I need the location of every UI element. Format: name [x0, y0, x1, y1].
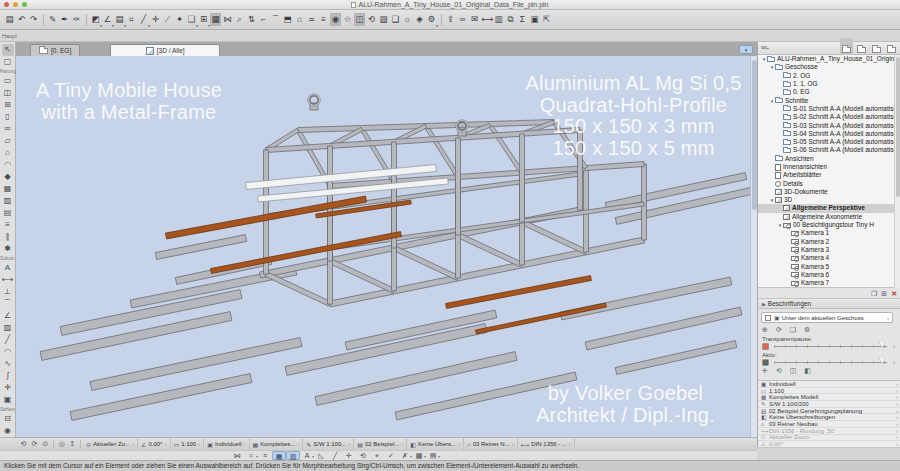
dimension-tool-icon[interactable]: ⟷: [2, 274, 14, 286]
tree-item[interactable]: Kamera 4: [758, 254, 900, 262]
tree-item[interactable]: ▾Geschosse: [758, 63, 900, 71]
navigator-tree-scrollbar[interactable]: [894, 55, 900, 288]
trace-panel-header[interactable]: ▶Beschriftungen: [758, 299, 900, 309]
active-color-swatch[interactable]: [762, 359, 769, 366]
hatch-icon[interactable]: ▩▾: [412, 451, 426, 460]
rotate-reference-icon[interactable]: ⟲: [776, 367, 782, 375]
door-tool-icon[interactable]: ◫: [2, 87, 14, 99]
tree-item[interactable]: Details: [758, 179, 900, 187]
previous-zoom-icon[interactable]: ⟲: [18, 440, 29, 448]
share-icon[interactable]: ⇱: [541, 13, 552, 26]
navigator-toggle-icon[interactable]: ▾: [739, 45, 753, 54]
snap-grid-icon[interactable]: ⌗▾: [244, 451, 258, 460]
magic-wand-icon[interactable]: ✦: [174, 13, 185, 26]
distribute-icon[interactable]: ≡: [318, 13, 329, 26]
markup-icon[interactable]: ✉: [469, 13, 480, 26]
reference-settings-icon[interactable]: ⚙: [804, 326, 810, 334]
slider-thumb[interactable]: [879, 342, 885, 348]
guideline-dropdown-icon[interactable]: ╱▾: [138, 13, 149, 26]
new-viewpoint-icon[interactable]: ⊞: [881, 289, 887, 298]
line-tool-icon[interactable]: ╱: [2, 334, 14, 346]
morph-tool-icon[interactable]: ◆: [2, 171, 14, 183]
level-dimension-tool-icon[interactable]: ⊥: [2, 286, 14, 298]
reference-color-swatch[interactable]: [762, 343, 769, 350]
home-story-icon[interactable]: ⌂: [294, 13, 305, 26]
quickbar-segment-model-filter[interactable]: ▦Komplettes...›: [250, 438, 304, 451]
tree-item[interactable]: ▾ALU-Rahmen_A_Tiny_House_01_Original_Dat…: [758, 55, 900, 63]
refresh-reference-icon[interactable]: ⟳: [776, 326, 782, 334]
layer-select-dropdown-icon[interactable]: ▤▾: [114, 13, 125, 26]
stair-tool-icon[interactable]: ≡: [2, 219, 14, 231]
tree-item[interactable]: S-05 Schnitt A-A (Modell automatisch wie…: [758, 138, 900, 146]
window-tool-icon[interactable]: ⊞: [2, 99, 14, 111]
drawing-manager-icon[interactable]: ▥: [493, 13, 504, 26]
radial-dimension-tool-icon[interactable]: ⌒: [2, 298, 14, 310]
tree-item[interactable]: S-03 Schnitt A-A (Modell automatisch wie…: [758, 121, 900, 129]
orbit-mode-icon[interactable]: ◎: [56, 440, 67, 448]
scrollbar-thumb[interactable]: [896, 57, 900, 197]
fillet-icon[interactable]: ⌒: [270, 13, 281, 26]
tree-item[interactable]: Kamera 2: [758, 238, 900, 246]
tree-item[interactable]: 2. OG: [758, 72, 900, 80]
pen-icon[interactable]: ✒: [59, 13, 70, 26]
reference-icon[interactable]: ▥: [286, 451, 300, 460]
corner-icon[interactable]: ⌐: [258, 13, 269, 26]
pickup-parameters-icon[interactable]: ✑: [71, 13, 82, 26]
railing-tool-icon[interactable]: ∥: [2, 231, 14, 243]
spline-tool-icon[interactable]: ∫: [2, 370, 14, 382]
arrow-tool-icon[interactable]: ↖: [2, 44, 14, 56]
zone-tool-icon[interactable]: ▨: [2, 195, 14, 207]
fade-reference-icon[interactable]: ◧: [804, 367, 811, 375]
tree-item[interactable]: Allgemeine Perspektive: [758, 204, 900, 212]
measure-icon[interactable]: ⟷: [481, 13, 492, 26]
save-icon[interactable]: ▤: [4, 13, 15, 26]
slab-tool-icon[interactable]: ▱: [2, 135, 14, 147]
tree-item[interactable]: Kamera 5: [758, 262, 900, 270]
active-slider[interactable]: ›: [762, 358, 895, 367]
move-reference-icon[interactable]: ✛: [762, 367, 768, 375]
photo-icon[interactable]: ◉: [330, 13, 341, 26]
redo-icon[interactable]: ↷: [28, 13, 39, 26]
quickbar-segment-scale[interactable]: ▭1:100›: [171, 438, 205, 451]
snap-point-icon[interactable]: ✛: [150, 13, 161, 26]
polyline-tool-icon[interactable]: ∿: [2, 358, 14, 370]
trace-icon[interactable]: ▦: [272, 451, 286, 460]
hotspot-tool-icon[interactable]: ✛: [2, 382, 14, 394]
new-folder-icon[interactable]: ❐: [871, 289, 877, 298]
favorite-pen-icon[interactable]: ✎: [47, 13, 58, 26]
undo-icon[interactable]: ↶: [16, 13, 27, 26]
quickbar-segment-pen-set[interactable]: ✎S/W 1:100...›: [303, 438, 354, 451]
guidelines-icon[interactable]: ≡: [258, 451, 272, 460]
wall-tool-icon[interactable]: ▭: [2, 75, 14, 87]
tree-item[interactable]: Allgemeine Axonometrie: [758, 213, 900, 221]
tree-item[interactable]: ▾00 Besichtigungstour Tiny H: [758, 221, 900, 229]
align-icon[interactable]: ≃: [306, 13, 317, 26]
tree-item[interactable]: Kamera 3: [758, 246, 900, 254]
quick-option-row-orientation[interactable]: ∠0.00°›: [758, 441, 900, 448]
plane-select-dropdown-icon[interactable]: ◩▾: [90, 13, 101, 26]
confirm-icon[interactable]: ✓: [384, 451, 398, 460]
tree-item[interactable]: S-02 Schnitt A-A (Modell automatisch wie…: [758, 113, 900, 121]
3d-view-icon[interactable]: ◫: [354, 13, 365, 26]
layout-grid-icon[interactable]: ▤▾: [426, 451, 440, 460]
text-tool-icon[interactable]: A: [2, 262, 14, 274]
quickbar-segment-layer-combination[interactable]: ▤02 Beispiel...›: [354, 438, 407, 451]
tree-item[interactable]: Kamera 1: [758, 229, 900, 237]
rotate-icon[interactable]: ⟲: [356, 451, 370, 460]
publish-icon[interactable]: ⇪: [445, 13, 456, 26]
3d-viewport[interactable]: A Tiny Mobile Housewith a Metal-Frame Al…: [16, 56, 750, 437]
zoom-box-icon[interactable]: ⊙: [40, 440, 51, 448]
virtual-trace-icon[interactable]: ⊞▾: [198, 13, 209, 26]
tree-item[interactable]: S-01 Schnitt A-A (Modell automatisch wie…: [758, 105, 900, 113]
viewport-vertical-scrollbar[interactable]: [750, 56, 757, 437]
explore-mode-icon[interactable]: ↥: [67, 440, 78, 448]
split-reference-icon[interactable]: ◫: [790, 367, 797, 375]
add-reference-icon[interactable]: ⊕: [762, 326, 768, 334]
tree-item[interactable]: 1. 1. OG: [758, 80, 900, 88]
layouts-icon[interactable]: ❑: [390, 13, 401, 26]
camera-tool-icon[interactable]: ◉: [2, 425, 14, 437]
project-chooser-icon[interactable]: ∞▾: [761, 42, 769, 55]
quickbar-segment-orientation[interactable]: ∠0.00°›: [138, 438, 170, 451]
next-zoom-icon[interactable]: ⟳: [29, 440, 40, 448]
shell-tool-icon[interactable]: ◠: [2, 159, 14, 171]
